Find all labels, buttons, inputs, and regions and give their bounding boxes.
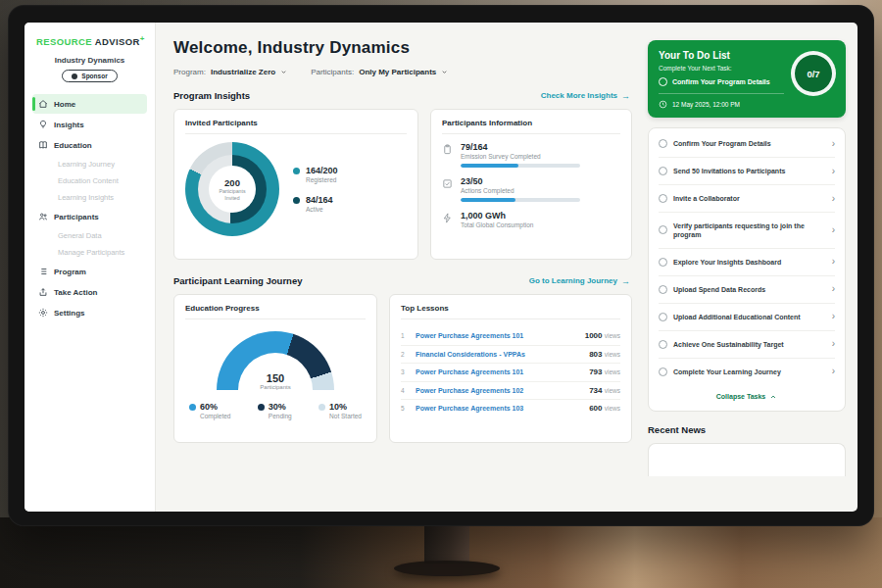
task-row[interactable]: Achieve One Sustainability Target ›: [659, 331, 835, 359]
lesson-rank: 4: [401, 387, 409, 394]
stat-label: Total Global Consumption: [461, 221, 533, 228]
link-label: Check More Insights: [541, 91, 617, 100]
participants-filter-dropdown[interactable]: Participants: Only My Participants: [311, 68, 448, 76]
sidebar-item-label: Settings: [54, 309, 85, 318]
sidebar-item-take-action[interactable]: Take Action: [32, 282, 147, 302]
task-checkbox[interactable]: [659, 225, 667, 234]
task-checkbox[interactable]: [659, 258, 667, 267]
main-content: Welcome, Industry Dynamics Program: Indu…: [156, 23, 644, 512]
chevron-right-icon: ›: [832, 312, 835, 321]
go-to-learning-journey-link[interactable]: Go to Learning Journey →: [529, 276, 630, 286]
lesson-link[interactable]: Power Purchase Agreements 102: [416, 387, 582, 394]
task-checkbox[interactable]: [659, 167, 667, 175]
lesson-link[interactable]: Power Purchase Agreements 101: [416, 332, 578, 339]
task-row[interactable]: Upload Spend Data Records ›: [659, 276, 835, 304]
sidebar-item-learning-journey[interactable]: Learning Journey: [32, 156, 147, 172]
task-checkbox[interactable]: [659, 368, 667, 376]
program-insights-title: Program Insights: [173, 90, 250, 101]
collapse-tasks-link[interactable]: Collapse Tasks: [659, 385, 835, 407]
divider: [659, 93, 784, 94]
sidebar-item-education-content[interactable]: Education Content: [32, 172, 147, 189]
sidebar-item-general-data[interactable]: General Data: [32, 227, 147, 244]
invited-participants-card: Invited Participants 200 Participants In…: [173, 109, 418, 260]
chevron-up-icon: [769, 393, 777, 401]
todo-progress-ring: 0/7: [791, 51, 836, 96]
program-filter-label: Program:: [173, 68, 206, 76]
sidebar-item-participants[interactable]: Participants: [32, 207, 147, 226]
legend-item-active: 84/164 Active: [293, 195, 338, 213]
card-title: Education Progress: [185, 304, 366, 319]
logo-resource: RESOURCE: [36, 36, 92, 47]
sidebar-item-home[interactable]: Home: [32, 94, 147, 114]
legend-item-pending: 30% Pending: [258, 402, 292, 419]
invited-legend-dot: [293, 168, 300, 174]
sidebar-item-label: Participants: [54, 213, 99, 221]
task-checkbox[interactable]: [659, 194, 667, 203]
org-name: Industry Dynamics: [32, 56, 147, 65]
education-progress-card: Education Progress 150 Participants: [173, 294, 377, 443]
task-row[interactable]: Upload Additional Educational Content ›: [659, 304, 835, 331]
task-row[interactable]: Complete Your Learning Journey ›: [659, 359, 835, 385]
lesson-rank: 5: [401, 405, 409, 412]
card-title: Invited Participants: [185, 119, 407, 134]
task-label: Send 50 Invitations to Participants: [673, 167, 826, 175]
monitor-stand-base: [394, 561, 500, 576]
collapse-label: Collapse Tasks: [716, 393, 765, 400]
lesson-row: 3 Power Purchase Agreements 101 793 view…: [401, 364, 620, 382]
home-icon: [38, 99, 48, 109]
donut-center-value: 200: [224, 177, 240, 188]
todo-progress-count: 0/7: [807, 69, 819, 79]
sidebar-item-manage-participants[interactable]: Manage Participants: [32, 244, 147, 261]
check-more-insights-link[interactable]: Check More Insights →: [541, 91, 630, 101]
todo-next-task[interactable]: Confirm Your Program Details: [659, 77, 791, 86]
logo-advisor: ADVISOR: [95, 36, 140, 47]
lesson-link[interactable]: Financial Considerations - VPPAs: [416, 351, 582, 358]
program-filter-value: Industrialize Zero: [211, 68, 275, 76]
task-row[interactable]: Confirm Your Program Details ›: [659, 130, 835, 158]
task-row[interactable]: Invite a Collaborator ›: [659, 185, 835, 213]
lesson-views: 803 views: [589, 350, 620, 359]
donut-center-label: Participants Invited: [214, 188, 251, 201]
stat-global-consumption: 1,000 GWh Total Global Consumption: [442, 211, 620, 228]
task-row[interactable]: Explore Your Insights Dashboard ›: [659, 249, 835, 276]
sidebar-item-label: Home: [54, 100, 75, 109]
task-label: Verify participants requesting to join t…: [673, 221, 826, 240]
education-legend-dot: [318, 404, 325, 411]
program-filter-dropdown[interactable]: Program: Industrialize Zero: [173, 68, 287, 76]
lesson-rank: 1: [401, 332, 409, 339]
chevron-right-icon: ›: [832, 194, 835, 204]
stat-value: 23/50: [461, 176, 580, 186]
sidebar-item-learning-insights[interactable]: Learning Insights: [32, 189, 147, 206]
sidebar-item-education[interactable]: Education: [32, 135, 147, 155]
lesson-link[interactable]: Power Purchase Agreements 103: [416, 405, 582, 412]
card-title: Top Lessons: [401, 304, 620, 319]
gauge-center: 150 Participants: [217, 372, 334, 390]
task-checkbox[interactable]: [659, 139, 667, 148]
sponsor-badge-icon: [72, 74, 77, 79]
lesson-views: 793 views: [589, 368, 620, 376]
sidebar-item-settings[interactable]: Settings: [32, 303, 147, 322]
page-title: Welcome, Industry Dynamics: [173, 38, 632, 58]
task-row[interactable]: Verify participants requesting to join t…: [659, 213, 835, 249]
task-checkbox[interactable]: [659, 285, 667, 294]
task-label: Invite a Collaborator: [673, 194, 826, 203]
chevron-right-icon: ›: [832, 139, 835, 149]
lesson-views: 1000 views: [585, 331, 620, 340]
legend-label: Completed: [200, 413, 230, 419]
legend-label: Registered: [306, 176, 338, 183]
task-checkbox[interactable]: [659, 340, 667, 349]
participants-filter-value: Only My Participants: [359, 68, 436, 76]
sidebar-item-label: Take Action: [54, 288, 97, 297]
lesson-link[interactable]: Power Purchase Agreements 101: [416, 368, 582, 375]
sidebar-item-insights[interactable]: Insights: [32, 115, 147, 134]
energy-icon: [442, 213, 453, 223]
stat-emission-survey: 79/164 Emission Survey Completed: [442, 142, 620, 168]
legend-value: 30%: [269, 402, 292, 412]
sidebar-item-program[interactable]: Program: [32, 262, 147, 281]
task-row[interactable]: Send 50 Invitations to Participants ›: [659, 158, 835, 185]
list-icon: [38, 267, 48, 276]
invited-legend-dot: [293, 197, 300, 204]
education-progress-gauge: 150 Participants: [217, 331, 334, 390]
lesson-row: 1 Power Purchase Agreements 101 1000 vie…: [401, 327, 620, 346]
task-checkbox[interactable]: [659, 313, 667, 321]
